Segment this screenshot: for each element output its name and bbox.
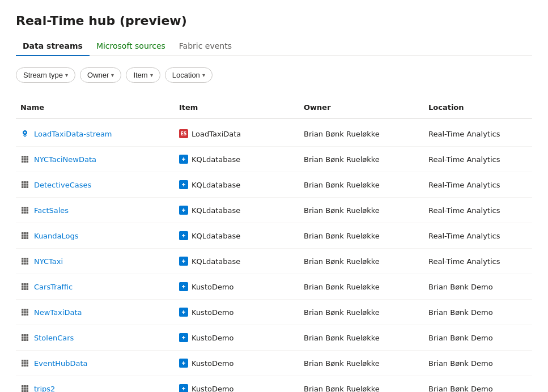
stream-type-chevron-icon: ▾ [65, 72, 68, 78]
row-owner: Brian Bønk Rueløkke [304, 232, 380, 240]
item-filter[interactable]: Item ▾ [126, 67, 160, 83]
svg-rect-77 [24, 339, 26, 342]
grid-icon [20, 206, 29, 215]
svg-rect-51 [24, 283, 26, 286]
name-cell: trips2 [16, 382, 175, 392]
svg-rect-33 [22, 235, 24, 237]
row-item: KQLdatabase [192, 155, 240, 164]
filter-bar: Stream type ▾ Owner ▾ Item ▾ Location ▾ [16, 67, 532, 83]
table-row[interactable]: CarsTraffic KustoDemo Brian Bønk Rueløkk… [16, 274, 532, 300]
owner-cell: Brian Bønk Rueløkke [299, 178, 424, 191]
svg-rect-21 [24, 207, 26, 209]
svg-rect-76 [22, 339, 24, 342]
table-row[interactable]: StolenCars KustoDemo Brian Bønk Rueløkke… [16, 325, 532, 351]
row-name[interactable]: KuandaLogs [34, 232, 79, 240]
svg-rect-37 [24, 237, 26, 240]
svg-rect-53 [22, 286, 24, 288]
row-name[interactable]: trips2 [34, 385, 55, 393]
tab-data-streams[interactable]: Data streams [16, 37, 90, 56]
table-row[interactable]: NYCTaxi KQLdatabase Brian Bønk Rueløkke … [16, 249, 532, 274]
row-name[interactable]: NYCTaciNewData [34, 155, 96, 164]
table-row[interactable]: KuandaLogs KQLdatabase Brian Bønk Rueløk… [16, 223, 532, 249]
stream-icon [20, 129, 29, 138]
row-item: KQLdatabase [192, 257, 240, 266]
svg-rect-15 [27, 184, 29, 186]
row-item: KQLdatabase [192, 181, 240, 189]
svg-rect-81 [24, 360, 26, 362]
svg-rect-13 [22, 184, 24, 186]
location-cell: Brian Bønk Demo [424, 280, 548, 293]
svg-rect-60 [22, 309, 24, 311]
table-row[interactable]: LoadTaxiData-stream ES LoadTaxiData Bria… [16, 121, 532, 147]
svg-rect-3 [22, 158, 24, 160]
name-cell: DetectiveCases [16, 178, 175, 191]
location-cell: Real-Time Analytics [424, 178, 548, 191]
svg-rect-4 [24, 158, 26, 160]
tab-microsoft-sources[interactable]: Microsoft sources [90, 37, 172, 56]
tab-fabric-events[interactable]: Fabric events [172, 37, 239, 56]
row-owner: Brian Bønk Rueløkke [304, 130, 380, 138]
table-row[interactable]: NYCTaciNewData KQLdatabase Brian Bønk Ru… [16, 147, 532, 172]
svg-rect-35 [27, 235, 29, 237]
svg-rect-27 [24, 212, 26, 214]
name-cell: FactSales [16, 203, 175, 217]
svg-rect-11 [24, 181, 26, 184]
name-cell: StolenCars [16, 331, 175, 344]
row-location: Real-Time Analytics [428, 232, 500, 240]
location-cell: Brian Bønk Demo [424, 306, 548, 319]
row-name[interactable]: LoadTaxiData-stream [34, 130, 112, 138]
item-cell: KQLdatabase [175, 254, 299, 268]
location-cell: Real-Time Analytics [424, 127, 548, 140]
svg-rect-42 [27, 258, 29, 260]
svg-rect-75 [27, 336, 29, 339]
stream-type-filter[interactable]: Stream type ▾ [16, 67, 75, 83]
row-owner: Brian Bønk Rueløkke [304, 359, 380, 368]
table-row[interactable]: EventHubData KustoDemo Brian Bønk Rueløk… [16, 351, 532, 376]
row-name[interactable]: CarsTraffic [34, 283, 73, 291]
location-filter[interactable]: Location ▾ [165, 67, 213, 83]
row-item: KustoDemo [192, 283, 234, 291]
row-item: KustoDemo [192, 359, 234, 368]
item-cell: KQLdatabase [175, 178, 299, 191]
kql-item-icon [179, 308, 188, 317]
table-row[interactable]: FactSales KQLdatabase Brian Bønk Rueløkk… [16, 198, 532, 223]
location-cell: Real-Time Analytics [424, 204, 548, 217]
grid-icon [20, 333, 29, 342]
owner-filter[interactable]: Owner ▾ [80, 67, 121, 83]
row-name[interactable]: EventHubData [34, 359, 88, 368]
grid-icon [20, 231, 29, 240]
row-owner: Brian Bønk Rueløkke [304, 257, 380, 266]
table-row[interactable]: NewTaxiData KustoDemo Brian Bønk Rueløkk… [16, 300, 532, 325]
table-row[interactable]: DetectiveCases KQLdatabase Brian Bønk Ru… [16, 172, 532, 198]
svg-rect-50 [22, 283, 24, 286]
row-name[interactable]: StolenCars [34, 334, 74, 342]
name-cell: CarsTraffic [16, 280, 175, 293]
column-header-name: Name [16, 101, 175, 114]
item-cell: KQLdatabase [175, 229, 299, 242]
row-owner: Brian Bønk Rueløkke [304, 206, 380, 215]
row-location: Brian Bønk Demo [428, 283, 493, 291]
table-row[interactable]: trips2 KustoDemo Brian Bønk Rueløkke Bri… [16, 376, 532, 392]
svg-rect-16 [22, 186, 24, 189]
svg-rect-66 [22, 314, 24, 316]
row-item: KQLdatabase [192, 232, 240, 240]
svg-rect-25 [27, 209, 29, 211]
svg-rect-47 [24, 263, 26, 265]
kql-item-icon [179, 180, 188, 189]
item-cell: KustoDemo [175, 356, 299, 370]
row-name[interactable]: FactSales [34, 206, 69, 215]
svg-rect-86 [22, 365, 24, 367]
location-filter-label: Location [172, 71, 200, 79]
svg-rect-1 [24, 156, 26, 158]
grid-icon [20, 155, 29, 164]
row-name[interactable]: DetectiveCases [34, 181, 91, 189]
location-cell: Real-Time Analytics [424, 255, 548, 268]
row-location: Real-Time Analytics [428, 206, 500, 215]
grid-icon [20, 308, 29, 317]
column-header-owner: Owner [299, 101, 424, 114]
kql-item-icon [179, 257, 188, 266]
svg-rect-63 [22, 311, 24, 313]
svg-rect-61 [24, 309, 26, 311]
row-name[interactable]: NewTaxiData [34, 308, 82, 317]
row-name[interactable]: NYCTaxi [34, 257, 63, 266]
